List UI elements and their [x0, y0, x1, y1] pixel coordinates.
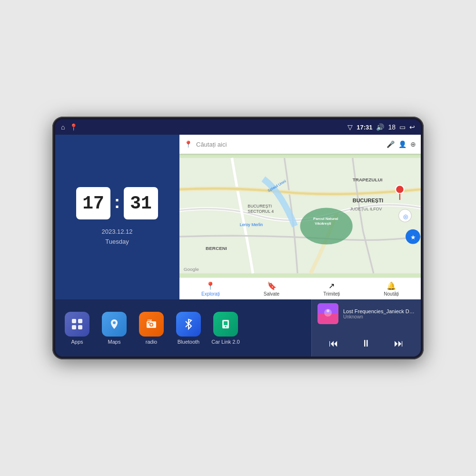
svg-rect-19: [72, 319, 76, 323]
music-play-button[interactable]: ⏸: [357, 336, 375, 351]
svg-rect-30: [224, 321, 228, 325]
app-item-radio[interactable]: FM radio: [137, 312, 166, 345]
status-bar: ⌂ 📍 ▽ 17:31 🔊 18 ▭ ↩: [55, 119, 421, 135]
back-icon[interactable]: ↩: [409, 123, 415, 131]
music-thumbnail: [317, 303, 338, 324]
music-artist: Unknown: [343, 314, 415, 319]
music-prev-button[interactable]: ⏮: [325, 336, 342, 351]
clock-minutes: 31: [124, 187, 158, 219]
svg-rect-0: [179, 158, 421, 273]
svg-rect-20: [78, 319, 82, 323]
music-next-button[interactable]: ⏭: [390, 336, 407, 351]
svg-text:TRAPEZULUI: TRAPEZULUI: [353, 177, 383, 182]
svg-text:Leroy Merlin: Leroy Merlin: [240, 222, 263, 227]
radio-icon: FM: [139, 312, 164, 337]
saved-icon: 🔖: [267, 281, 277, 290]
maps-icon: [102, 312, 127, 337]
apps-label: Apps: [71, 339, 83, 345]
bluetooth-icon: [176, 312, 201, 337]
app-item-bluetooth[interactable]: Bluetooth: [174, 312, 203, 345]
maps-label: Maps: [108, 339, 121, 345]
svg-text:FM: FM: [148, 319, 152, 322]
clock-colon: :: [114, 192, 120, 212]
svg-rect-27: [148, 322, 150, 323]
carlink-label: Car Link 2.0: [211, 339, 239, 345]
map-search-placeholder[interactable]: Căutați aici: [196, 141, 383, 148]
status-time: 17:31: [357, 124, 372, 131]
status-left-icons: ⌂ 📍: [61, 123, 78, 131]
svg-rect-22: [78, 325, 82, 329]
home-icon[interactable]: ⌂: [61, 123, 65, 131]
apps-icon: [65, 312, 89, 337]
send-icon: ↗: [328, 281, 335, 290]
send-label: Trimiteți: [323, 291, 340, 297]
svg-text:BUCUREȘTI: BUCUREȘTI: [248, 204, 272, 208]
screen: ⌂ 📍 ▽ 17:31 🔊 18 ▭ ↩ 17 :: [55, 119, 421, 357]
bottom-row: Apps Maps: [55, 299, 421, 357]
map-search-actions: 🎤 👤 ⊕: [387, 140, 416, 148]
svg-text:JUDEȚUL ILFOV: JUDEȚUL ILFOV: [350, 207, 382, 211]
saved-label: Salvate: [264, 291, 279, 297]
svg-text:Văcărești: Văcărești: [315, 221, 331, 226]
music-text: Lost Frequencies_Janieck Devy-... Unknow…: [343, 308, 415, 319]
map-bottom-nav: 📍 Explorați 🔖 Salvate ↗ Trimiteți 🔔: [179, 278, 421, 299]
clock-date: 2023.12.12 Tuesday: [101, 227, 132, 247]
app-item-apps[interactable]: Apps: [63, 312, 91, 345]
svg-point-35: [327, 309, 329, 312]
signal-icon: ▽: [347, 123, 353, 131]
device: ⌂ 📍 ▽ 17:31 🔊 18 ▭ ↩ 17 :: [52, 117, 424, 359]
clock-display: 17 : 31: [76, 187, 158, 219]
svg-text:SECTORUL 4: SECTORUL 4: [248, 209, 274, 214]
svg-point-31: [225, 326, 227, 327]
map-panel: 📍 Căutați aici 🎤 👤 ⊕: [179, 135, 421, 299]
svg-point-23: [113, 321, 116, 324]
clock-hours: 17: [76, 187, 110, 219]
maps-pin-icon[interactable]: 📍: [69, 123, 78, 131]
map-nav-news[interactable]: 🔔 Noutăți: [384, 281, 399, 297]
volume-icon: 🔊: [376, 123, 384, 131]
music-controls: ⏮ ⏸ ⏭: [317, 334, 415, 353]
bluetooth-label: Bluetooth: [178, 339, 199, 345]
layers-icon[interactable]: ⊕: [410, 140, 416, 148]
music-player: Lost Frequencies_Janieck Devy-... Unknow…: [311, 299, 421, 357]
map-pin-icon: 📍: [184, 140, 192, 148]
map-nav-send[interactable]: ↗ Trimiteți: [323, 281, 340, 297]
svg-text:BUCUREȘTI: BUCUREȘTI: [353, 198, 383, 203]
map-searchbar[interactable]: 📍 Căutați aici 🎤 👤 ⊕: [179, 135, 421, 154]
app-item-maps[interactable]: Maps: [100, 312, 129, 345]
carlink-icon: [213, 312, 238, 337]
svg-text:Parcul Natural: Parcul Natural: [313, 217, 338, 221]
music-info: Lost Frequencies_Janieck Devy-... Unknow…: [317, 303, 415, 324]
svg-text:◎: ◎: [403, 213, 408, 220]
clock-panel: 17 : 31 2023.12.12 Tuesday: [55, 135, 179, 299]
svg-rect-21: [72, 325, 76, 329]
status-right: ▽ 17:31 🔊 18 ▭ ↩: [347, 123, 415, 131]
explore-label: Explorați: [201, 291, 220, 297]
account-icon[interactable]: 👤: [398, 140, 407, 148]
explore-icon: 📍: [206, 281, 215, 290]
news-icon: 🔔: [387, 281, 396, 290]
battery-level: 18: [388, 123, 396, 131]
music-title: Lost Frequencies_Janieck Devy-...: [343, 308, 415, 314]
svg-text:BERCENI: BERCENI: [206, 246, 227, 251]
battery-icon: ▭: [399, 123, 406, 131]
microphone-icon[interactable]: 🎤: [387, 140, 395, 148]
svg-text:Google: Google: [184, 267, 199, 272]
map-view[interactable]: Parcul Natural Văcărești TRAPEZULUI BUCU…: [179, 154, 421, 278]
main-content: 17 : 31 2023.12.12 Tuesday 📍 Căuta: [55, 135, 421, 357]
map-nav-explore[interactable]: 📍 Explorați: [201, 281, 220, 297]
map-nav-saved[interactable]: 🔖 Salvate: [264, 281, 279, 297]
svg-point-12: [396, 185, 404, 194]
svg-point-1: [300, 208, 353, 244]
svg-text:★: ★: [410, 234, 416, 241]
app-grid: Apps Maps: [55, 299, 311, 357]
radio-label: radio: [146, 339, 157, 345]
app-item-carlink[interactable]: Car Link 2.0: [211, 312, 240, 345]
top-row: 17 : 31 2023.12.12 Tuesday 📍 Căuta: [55, 135, 421, 299]
news-label: Noutăți: [384, 291, 399, 297]
svg-point-26: [150, 324, 152, 326]
